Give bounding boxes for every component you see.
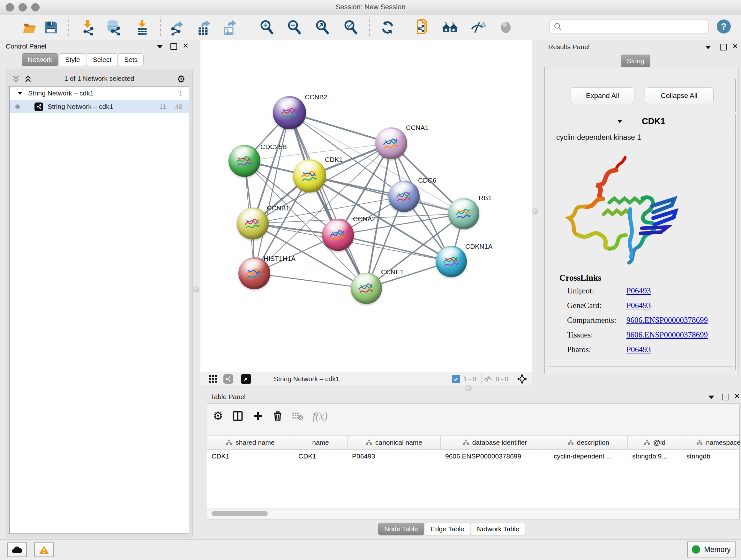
control-panel-float-icon[interactable] [171, 43, 177, 50]
help-button[interactable]: ? [717, 19, 731, 34]
zoom-out-button[interactable] [286, 19, 303, 36]
column-header-description[interactable]: description [549, 436, 628, 449]
birds-eye-view-icon[interactable] [209, 374, 218, 383]
node-CDKN1A[interactable] [435, 246, 467, 277]
table-cell[interactable]: P06493 [347, 450, 441, 462]
right-splitter-grip[interactable] [532, 208, 538, 214]
cloud-status-button[interactable] [7, 543, 27, 557]
string-import-button[interactable] [414, 19, 431, 36]
zoom-selected-button[interactable] [342, 19, 360, 36]
crosslink-link[interactable]: P06493 [626, 301, 651, 310]
horizontal-splitter-grip[interactable] [465, 385, 472, 391]
show-columns-icon[interactable] [232, 410, 244, 422]
import-network-from-database-button[interactable] [105, 19, 123, 36]
show-graphics-details-button[interactable] [497, 19, 515, 36]
memory-button[interactable]: Memory [687, 542, 736, 557]
column-header-shared-name[interactable]: shared name [207, 436, 294, 449]
save-session-button[interactable] [42, 19, 59, 36]
tab-select[interactable]: Select [87, 53, 118, 66]
node-CCNE1[interactable] [351, 273, 382, 304]
column-header--id[interactable]: @id [628, 436, 682, 449]
tab-style[interactable]: Style [59, 53, 86, 66]
add-column-plus-icon[interactable] [253, 411, 263, 422]
table-options-gear-icon[interactable]: ⚙ [213, 409, 223, 423]
left-splitter-grip[interactable] [193, 286, 199, 293]
gene-expander-icon[interactable] [617, 120, 622, 123]
zoom-in-button[interactable] [259, 19, 276, 36]
import-table-button[interactable] [133, 19, 151, 36]
search-input[interactable] [564, 23, 708, 30]
open-session-button[interactable] [21, 19, 38, 36]
delete-trash-icon[interactable] [272, 411, 283, 422]
edge-CCNB2-CCNE1[interactable] [289, 113, 366, 288]
gene-section-header[interactable]: CDK1 [547, 114, 735, 128]
column-header-canonical-name[interactable]: canonical name [347, 436, 441, 449]
table-cell[interactable]: cyclin-dependent ... [549, 450, 628, 462]
crosslink-link[interactable]: P06493 [626, 345, 651, 354]
table-panel-float-icon[interactable] [723, 394, 729, 400]
table-cell[interactable]: 9606.ENSP00000378699 [441, 450, 549, 462]
selected-checkbox-icon[interactable] [452, 375, 460, 383]
node-CCNB1[interactable] [237, 207, 269, 240]
warning-status-button[interactable] [34, 543, 54, 557]
tab-network[interactable]: Network [22, 53, 58, 66]
node-CCNB2[interactable] [273, 96, 306, 129]
tab-network-table[interactable]: Network Table [471, 523, 526, 536]
import-network-button[interactable] [79, 19, 96, 36]
gear-icon[interactable]: ⚙ [177, 73, 185, 84]
table-cell[interactable]: stringdb:9... [628, 450, 682, 462]
export-network-button[interactable] [168, 19, 185, 36]
table-panel-close-icon[interactable]: ✕ [734, 394, 740, 399]
zoom-fit-button[interactable] [314, 19, 331, 36]
table-cell[interactable]: CDK1 [207, 450, 294, 462]
table-cell[interactable]: CDK1 [294, 450, 347, 462]
node-CCNA2[interactable] [322, 219, 354, 251]
edge-CDK1-RB1[interactable] [310, 176, 464, 213]
node-CDC25B[interactable] [228, 145, 260, 177]
node-label-CCNA2: CCNA2 [353, 215, 376, 223]
node-navigator-crosshair-icon[interactable] [517, 374, 527, 384]
node-CCNA1[interactable] [375, 127, 407, 159]
network-share-icon[interactable] [223, 374, 233, 384]
left-splitter[interactable] [198, 40, 200, 385]
node-RB1[interactable] [448, 198, 479, 229]
table-panel-collapse-icon[interactable] [709, 395, 714, 399]
crosslink-link[interactable]: 9606.ENSP00000378699 [626, 330, 708, 339]
crosslink-link[interactable]: 9606.ENSP00000378699 [626, 316, 708, 325]
network-collection-row[interactable]: String Network – cdk1 1 [10, 86, 189, 100]
export-table-button[interactable] [195, 19, 212, 36]
table-row[interactable]: CDK1CDK1P064939606.ENSP00000378699cyclin… [207, 450, 739, 462]
results-panel-collapse-icon[interactable] [705, 46, 711, 49]
table-horizontal-scrollbar[interactable] [207, 509, 739, 517]
tab-string[interactable]: String [621, 55, 650, 67]
network-row-selected[interactable]: String Network – cdk1 11 48 [10, 100, 189, 113]
edge-CCNB2-HIST1H1A[interactable] [254, 113, 289, 273]
tab-edge-table[interactable]: Edge Table [425, 523, 470, 536]
edge-HIST1H1A-CCNE1[interactable] [254, 273, 366, 288]
zoom-out-icon [287, 20, 302, 35]
expand-all-button[interactable]: Expand All [570, 87, 634, 104]
apply-layout-button[interactable] [379, 19, 396, 36]
network-view-canvas[interactable]: CCNB2CCNA1CDC25BCDK1CDC6RB1CCNB1CCNA2CDK… [200, 40, 532, 373]
column-header-namespace[interactable]: namespace [682, 436, 741, 449]
node-CDK1[interactable] [293, 159, 326, 192]
column-header-name[interactable]: name [294, 436, 347, 449]
results-panel-close-icon[interactable]: ✕ [732, 44, 738, 49]
tree-expander-icon[interactable] [18, 92, 22, 95]
control-panel-collapse-icon[interactable] [157, 45, 163, 49]
table-cell[interactable]: stringdb [682, 450, 741, 462]
control-panel-close-icon[interactable]: ✕ [183, 43, 189, 49]
export-image-button[interactable] [221, 19, 239, 36]
toolbar-separator [369, 17, 370, 37]
node-CDC6[interactable] [388, 181, 420, 212]
column-header-database-identifier[interactable]: database identifier [441, 436, 549, 449]
open-in-new-window-icon[interactable] [241, 374, 251, 384]
results-panel-float-icon[interactable] [720, 44, 727, 51]
string-home-button[interactable] [441, 19, 459, 36]
scrollbar-thumb[interactable] [212, 511, 268, 516]
collapse-all-button[interactable]: Collapse All [645, 87, 714, 104]
tab-sets[interactable]: Sets [118, 53, 144, 66]
enhanced-labels-toggle-button[interactable] [469, 19, 486, 36]
crosslink-link[interactable]: P06493 [626, 287, 651, 295]
tab-node-table[interactable]: Node Table [378, 523, 424, 536]
